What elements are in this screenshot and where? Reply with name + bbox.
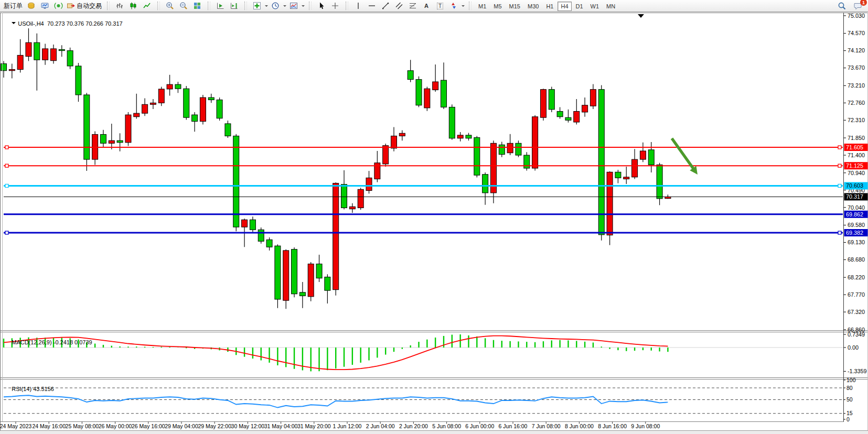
price-line-label: 70.317 — [844, 193, 868, 200]
templates-icon[interactable] — [287, 1, 300, 11]
text-label-glyph: T — [437, 3, 443, 9]
horizontal-line-icon[interactable] — [366, 1, 378, 11]
rsi-axis-label: 0 — [846, 416, 850, 422]
line-handle[interactable] — [5, 184, 8, 187]
price-tick-label: 70.940 — [848, 170, 865, 176]
candlestick-chart-icon[interactable] — [127, 1, 140, 11]
candle-up — [433, 82, 438, 90]
candle-up — [167, 84, 173, 89]
line-handle[interactable] — [5, 146, 8, 149]
candle-down — [117, 140, 123, 143]
candle-down — [466, 135, 471, 138]
time-tick-label: 2 Jun 04:00 — [366, 423, 395, 429]
candle-down — [175, 84, 181, 89]
candle-down — [615, 172, 621, 178]
candle-up — [50, 49, 56, 61]
trendline-icon[interactable] — [379, 1, 392, 11]
candle-up — [242, 220, 248, 227]
candle-up — [150, 103, 156, 104]
line-handle[interactable] — [838, 231, 841, 234]
candle-up — [283, 251, 289, 300]
line-handle[interactable] — [5, 231, 8, 234]
notifications-icon[interactable]: 1 — [852, 1, 864, 11]
line-handle[interactable] — [838, 146, 841, 149]
fibonacci-icon[interactable] — [406, 1, 419, 11]
chart-window[interactable]: 75.03074.57074.12073.67073.21072.76072.3… — [0, 13, 868, 434]
text-label-icon[interactable]: T — [434, 1, 446, 11]
candle-down — [258, 230, 264, 241]
candle-up — [574, 111, 580, 122]
symbol-title: USOil-,H4 70.273 70.376 70.266 70.317 — [5, 14, 123, 33]
candle-down — [648, 150, 654, 165]
auto-trading-button[interactable]: 自动交易 — [66, 1, 103, 11]
time-tick-label: 8 Jun 00:00 — [565, 423, 594, 429]
candle-down — [34, 42, 40, 60]
rsi-axis-label: 50 — [846, 396, 853, 403]
coins-icon[interactable] — [25, 1, 37, 11]
candle-up — [624, 177, 629, 179]
crosshair-icon[interactable] — [329, 1, 341, 11]
candle-down — [217, 100, 222, 118]
timeframe-button-m15[interactable]: M15 — [506, 2, 523, 11]
timeframe-button-w1[interactable]: W1 — [587, 2, 603, 11]
timeframe-button-h4[interactable]: H4 — [558, 2, 571, 11]
timeframe-button-h1[interactable]: H1 — [543, 2, 556, 11]
candle-up — [17, 55, 23, 69]
line-handle[interactable] — [838, 164, 841, 167]
toolbar-separator — [107, 2, 110, 10]
price-tick-label: 70.040 — [848, 204, 865, 211]
price-line-label: 71.125 — [844, 162, 868, 169]
dropdown-arrow-icon[interactable] — [283, 5, 286, 8]
timeframes-clock-icon[interactable] — [269, 1, 282, 11]
dropdown-arrow-icon[interactable] — [265, 5, 268, 8]
terminal-icon[interactable] — [38, 1, 51, 11]
timeframe-button-m5[interactable]: M5 — [490, 2, 505, 11]
zoom-in-icon[interactable] — [164, 1, 176, 11]
tile-windows-icon[interactable] — [191, 1, 203, 11]
time-tick-label: 1 Jun 12:00 — [333, 423, 362, 429]
candle-up — [399, 133, 405, 136]
arrows-tool-icon[interactable] — [447, 1, 460, 11]
bar-chart-icon[interactable] — [113, 1, 126, 11]
candle-down — [316, 264, 322, 278]
cursor-icon[interactable] — [315, 1, 328, 11]
timeframe-button-mn[interactable]: MN — [603, 2, 618, 11]
candle-up — [640, 151, 646, 159]
dropdown-arrow-icon[interactable] — [302, 5, 305, 8]
price-tick-label: 73.670 — [848, 64, 865, 71]
candle-down — [516, 143, 521, 155]
candle-down — [557, 111, 563, 116]
price-line-label: 69.382 — [844, 229, 868, 236]
price-tick-label: 74.570 — [848, 30, 865, 36]
zoom-out-icon[interactable] — [177, 1, 190, 11]
candle-down — [524, 155, 530, 168]
chart-canvas[interactable]: 75.03074.57074.12073.67073.21072.76072.3… — [0, 13, 868, 434]
channel-icon[interactable] — [393, 1, 405, 11]
price-tick-label: 71.400 — [848, 152, 865, 158]
candle-up — [358, 189, 363, 208]
time-tick-label: 29 May 22:00 — [198, 423, 231, 429]
new-order-button[interactable]: 新订单 — [3, 1, 24, 11]
line-chart-icon[interactable] — [141, 1, 153, 11]
signal-icon[interactable] — [52, 1, 65, 11]
vertical-line-icon[interactable] — [352, 1, 365, 11]
symbol-dropdown-icon[interactable] — [12, 22, 16, 26]
line-handle[interactable] — [5, 164, 8, 167]
search-icon[interactable] — [835, 1, 848, 11]
timeframe-button-d1[interactable]: D1 — [573, 2, 586, 11]
dropdown-arrow-icon[interactable] — [462, 5, 465, 8]
auto-scroll-icon[interactable] — [214, 1, 227, 11]
candle-down — [483, 175, 488, 193]
candle-down — [225, 124, 231, 136]
chart-shift-icon[interactable] — [228, 1, 240, 11]
timeframe-button-m30[interactable]: M30 — [524, 2, 542, 11]
line-handle[interactable] — [838, 184, 841, 187]
timeframe-button-m1[interactable]: M1 — [475, 2, 489, 11]
indicators-icon[interactable] — [251, 1, 263, 11]
text-tool-icon[interactable]: A — [420, 1, 433, 11]
candle-down — [266, 240, 272, 247]
candle-down — [408, 71, 413, 80]
candle-down — [76, 66, 81, 95]
price-tick-label: 74.120 — [848, 47, 865, 53]
macd-axis-label: 0.7349 — [848, 331, 865, 338]
